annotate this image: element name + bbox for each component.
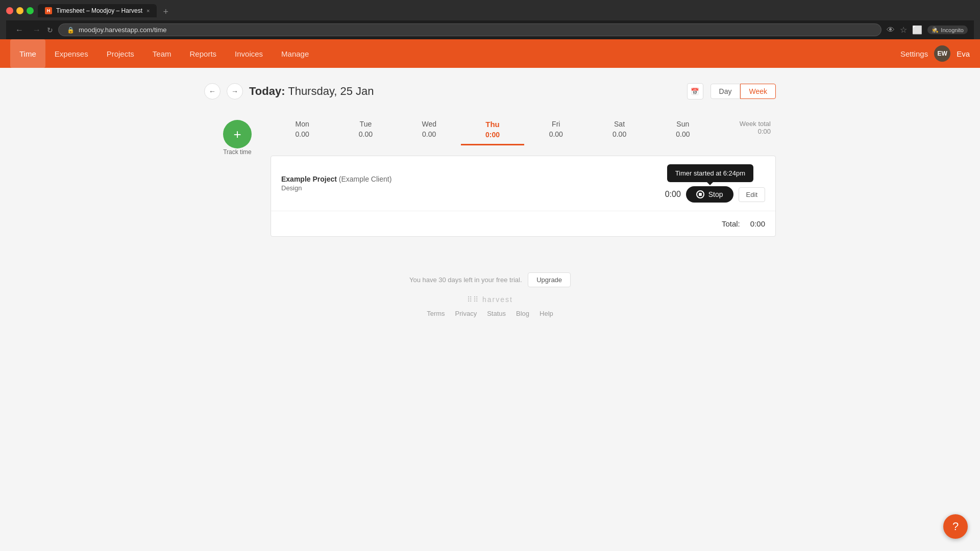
total-value: 0:00	[750, 219, 765, 228]
tab-title: Timesheet – Moodjoy – Harvest	[56, 7, 142, 14]
entry-client: (Example Client)	[339, 175, 391, 183]
nav-item-projects[interactable]: Projects	[97, 39, 143, 68]
incognito-icon: 🕵	[932, 27, 939, 33]
footer: You have 30 days left in your free trial…	[0, 252, 980, 328]
nav-item-time[interactable]: Time	[10, 39, 45, 68]
stop-icon-inner	[699, 193, 702, 196]
upgrade-button[interactable]: Upgrade	[528, 272, 571, 287]
day-col-wed[interactable]: Wed 0.00	[398, 115, 461, 145]
day-hours-fri: 0.00	[528, 130, 583, 138]
refresh-button[interactable]: ↻	[47, 24, 53, 36]
timer-tooltip: Timer started at 6:24pm	[667, 164, 754, 182]
entries-container: Example Project (Example Client) Design …	[271, 156, 776, 237]
day-name-mon: Mon	[275, 120, 330, 128]
day-name-sat: Sat	[592, 120, 647, 128]
user-avatar[interactable]: EW	[934, 45, 950, 62]
bookmark-button[interactable]: ☆	[900, 25, 907, 35]
close-window-button[interactable]	[6, 7, 13, 14]
main-content: ← → Today: Thursday, 25 Jan 📅 Day Week +	[184, 68, 796, 252]
day-view-button[interactable]: Day	[710, 84, 741, 99]
day-hours-wed: 0.00	[402, 130, 457, 138]
day-hours-sun: 0.00	[655, 130, 710, 138]
footer-logo: ⠿⠿ harvest	[10, 295, 970, 304]
week-total-column: Week total 0:00	[715, 115, 776, 140]
split-view-button[interactable]: ⬜	[912, 25, 922, 35]
day-hours-mon: 0.00	[275, 130, 330, 138]
day-hours-sat: 0.00	[592, 130, 647, 138]
nav-item-expenses[interactable]: Expenses	[45, 39, 97, 68]
entry-info: Example Project (Example Client) Design	[281, 175, 655, 192]
week-total-label: Week total	[720, 120, 771, 128]
entry-task: Design	[281, 184, 655, 192]
day-hours-tue: 0.00	[338, 130, 393, 138]
prev-arrow[interactable]: ←	[204, 83, 220, 99]
track-time-label: Track time	[223, 148, 252, 156]
new-tab-button[interactable]: +	[159, 7, 173, 17]
edit-button[interactable]: Edit	[739, 187, 765, 202]
tab-favicon: H	[45, 7, 52, 14]
view-toggle: Day Week	[710, 84, 776, 99]
day-col-sat[interactable]: Sat 0.00	[587, 115, 651, 145]
top-nav: Time Expenses Projects Team Reports Invo…	[0, 39, 980, 68]
nav-right: Settings EW Eva	[900, 45, 970, 62]
help-button[interactable]: ?	[943, 514, 968, 539]
day-hours-thu: 0:00	[465, 131, 520, 139]
minimize-window-button[interactable]	[16, 7, 23, 14]
settings-link[interactable]: Settings	[900, 49, 928, 58]
nav-items: Time Expenses Projects Team Reports Invo…	[10, 39, 900, 68]
day-name-fri: Fri	[528, 120, 583, 128]
entries-area: Example Project (Example Client) Design …	[271, 156, 776, 237]
total-row: Total: 0:00	[271, 211, 775, 236]
track-time-button[interactable]: +	[223, 120, 252, 148]
browser-actions: 👁 ☆ ⬜ 🕵 Incognito	[887, 25, 968, 35]
nav-item-manage[interactable]: Manage	[272, 39, 318, 68]
active-tab[interactable]: H Timesheet – Moodjoy – Harvest ×	[38, 4, 157, 17]
week-total-value: 0:00	[720, 128, 771, 135]
entry-actions: Timer started at 6:24pm 0:00 Stop Edit	[655, 164, 765, 203]
entry-time: 0:00	[655, 190, 681, 199]
day-col-thu[interactable]: Thu 0:00	[461, 115, 524, 145]
week-view-button[interactable]: Week	[740, 84, 776, 99]
back-button[interactable]: ←	[12, 24, 27, 36]
day-name-thu: Thu	[465, 120, 520, 129]
browser-chrome: H Timesheet – Moodjoy – Harvest × + ← → …	[0, 0, 980, 39]
footer-link-privacy[interactable]: Privacy	[455, 310, 477, 317]
incognito-badge: 🕵 Incognito	[927, 26, 968, 34]
reader-mode-button[interactable]: 👁	[887, 26, 895, 35]
page-header: ← → Today: Thursday, 25 Jan 📅 Day Week	[204, 83, 776, 99]
address-bar: ← → ↻ 🔒 moodjoy.harvestapp.com/time 👁 ☆ …	[6, 20, 974, 39]
url-text: moodjoy.harvestapp.com/time	[79, 26, 166, 34]
day-name-wed: Wed	[402, 120, 457, 128]
forward-button[interactable]: →	[30, 24, 44, 36]
maximize-window-button[interactable]	[27, 7, 34, 14]
nav-item-reports[interactable]: Reports	[181, 39, 226, 68]
user-name[interactable]: Eva	[957, 49, 970, 58]
header-left: ← → Today: Thursday, 25 Jan	[204, 83, 374, 99]
footer-link-terms[interactable]: Terms	[427, 310, 445, 317]
window-controls	[6, 7, 34, 14]
week-days-row: + Track time Mon 0.00 Tue 0.00 Wed 0.00	[204, 115, 776, 156]
day-col-fri[interactable]: Fri 0.00	[524, 115, 587, 145]
logo-icon: ⠿⠿ harvest	[467, 295, 513, 304]
week-days-columns: Mon 0.00 Tue 0.00 Wed 0.00 Thu 0:00 Fri	[271, 115, 715, 145]
day-name-tue: Tue	[338, 120, 393, 128]
day-col-mon[interactable]: Mon 0.00	[271, 115, 334, 145]
day-col-sun[interactable]: Sun 0.00	[651, 115, 715, 145]
day-col-tue[interactable]: Tue 0.00	[334, 115, 397, 145]
footer-link-help[interactable]: Help	[540, 310, 553, 317]
next-arrow[interactable]: →	[227, 83, 243, 99]
footer-link-status[interactable]: Status	[487, 310, 506, 317]
close-tab-button[interactable]: ×	[146, 8, 150, 14]
entry-project: Example Project (Example Client)	[281, 175, 655, 183]
calendar-button[interactable]: 📅	[687, 83, 703, 99]
nav-item-team[interactable]: Team	[143, 39, 181, 68]
incognito-label: Incognito	[941, 27, 964, 33]
nav-item-invoices[interactable]: Invoices	[226, 39, 272, 68]
lock-icon: 🔒	[67, 27, 75, 34]
app-content: Time Expenses Projects Team Reports Invo…	[0, 39, 980, 498]
footer-links: Terms Privacy Status Blog Help	[10, 310, 970, 317]
stop-button[interactable]: Stop	[686, 186, 733, 203]
url-bar[interactable]: 🔒 moodjoy.harvestapp.com/time	[58, 23, 881, 36]
footer-link-blog[interactable]: Blog	[516, 310, 529, 317]
table-row: Example Project (Example Client) Design …	[271, 156, 775, 211]
